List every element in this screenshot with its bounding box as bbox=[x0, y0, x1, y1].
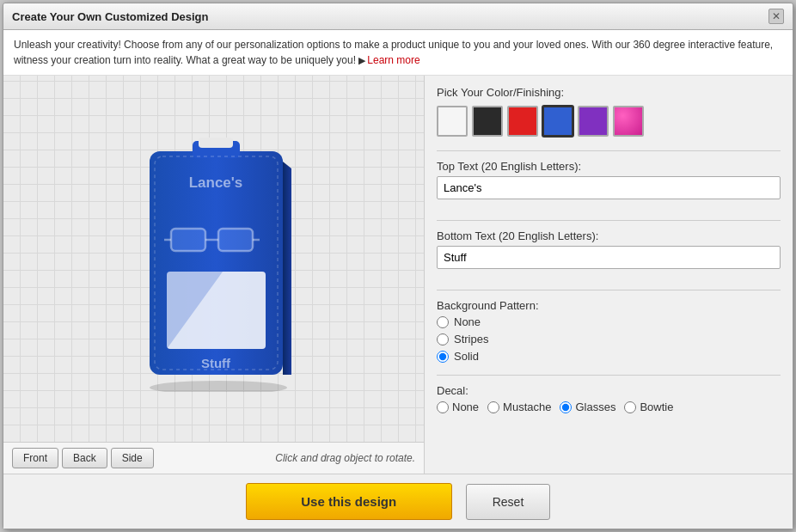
decal-none-item[interactable]: None bbox=[437, 401, 479, 413]
svg-text:Stuff: Stuff bbox=[200, 356, 230, 370]
decal-mustache-item[interactable]: Mustache bbox=[487, 401, 551, 413]
dialog-title: Create Your Own Customized Design bbox=[12, 10, 209, 23]
decal-radio-group: None Mustache Glasses Bowtie bbox=[437, 401, 781, 413]
title-bar: Create Your Own Customized Design ✕ bbox=[3, 3, 793, 30]
color-section-label: Pick Your Color/Finishing: bbox=[437, 86, 781, 99]
decal-bowtie-label: Bowtie bbox=[640, 401, 673, 413]
viewer-controls: Front Back Side Click and drag object to… bbox=[3, 442, 424, 474]
decal-mustache-label: Mustache bbox=[503, 401, 551, 413]
decal-none-label: None bbox=[452, 401, 479, 413]
color-swatch-white[interactable] bbox=[437, 106, 468, 137]
back-button[interactable]: Back bbox=[62, 448, 107, 468]
pattern-stripes-label: Stripes bbox=[454, 333, 488, 345]
decal-glasses-radio[interactable] bbox=[560, 401, 572, 413]
close-button[interactable]: ✕ bbox=[768, 9, 784, 24]
decal-none-radio[interactable] bbox=[437, 401, 449, 413]
color-swatches bbox=[437, 106, 781, 137]
front-button[interactable]: Front bbox=[12, 448, 58, 468]
viewer-panel: Lance's bbox=[3, 76, 425, 474]
color-swatch-purple[interactable] bbox=[578, 106, 609, 137]
divider-1 bbox=[437, 150, 781, 151]
main-content: Lance's bbox=[3, 76, 793, 474]
arrow-icon: ▶ bbox=[358, 55, 365, 65]
svg-rect-6 bbox=[218, 229, 253, 251]
customization-dialog: Create Your Own Customized Design ✕ Unle… bbox=[3, 3, 793, 529]
svg-rect-5 bbox=[171, 229, 205, 251]
reset-button[interactable]: Reset bbox=[466, 484, 551, 520]
color-swatch-blue[interactable] bbox=[542, 106, 573, 137]
decal-mustache-radio[interactable] bbox=[487, 401, 499, 413]
pattern-solid-radio[interactable] bbox=[437, 351, 449, 363]
divider-3 bbox=[437, 290, 781, 290]
top-text-input[interactable] bbox=[437, 176, 781, 199]
decal-label: Decal: bbox=[437, 384, 781, 397]
color-swatch-red[interactable] bbox=[507, 106, 538, 137]
decal-bowtie-radio[interactable] bbox=[624, 401, 636, 413]
side-button[interactable]: Side bbox=[111, 448, 154, 468]
pattern-stripes-radio[interactable] bbox=[437, 333, 449, 345]
decal-glasses-item[interactable]: Glasses bbox=[560, 401, 615, 413]
svg-rect-3 bbox=[199, 138, 233, 148]
decal-glasses-label: Glasses bbox=[575, 401, 615, 413]
top-text-label: Top Text (20 English Letters): bbox=[437, 160, 781, 173]
pattern-radio-group: None Stripes Solid bbox=[437, 315, 781, 363]
bottom-bar: Use this design Reset bbox=[3, 474, 793, 529]
learn-more-link[interactable]: Learn more bbox=[367, 54, 419, 66]
3d-viewer[interactable]: Lance's bbox=[3, 76, 424, 442]
svg-text:Lance's: Lance's bbox=[188, 174, 242, 191]
pattern-none-item[interactable]: None bbox=[437, 315, 781, 328]
color-swatch-black[interactable] bbox=[472, 106, 503, 137]
bg-pattern-label: Background Pattern: bbox=[437, 299, 781, 312]
pattern-solid-item[interactable]: Solid bbox=[437, 350, 781, 363]
bottom-text-label: Bottom Text (20 English Letters): bbox=[437, 229, 781, 242]
drag-hint: Click and drag object to rotate. bbox=[275, 452, 415, 464]
pattern-none-label: None bbox=[454, 315, 481, 328]
svg-point-0 bbox=[150, 381, 287, 392]
divider-4 bbox=[437, 375, 781, 376]
badge-svg: Lance's bbox=[124, 125, 304, 392]
pattern-solid-label: Solid bbox=[454, 350, 479, 363]
bottom-text-input[interactable] bbox=[437, 246, 781, 269]
decal-bowtie-item[interactable]: Bowtie bbox=[624, 401, 673, 413]
controls-panel: Pick Your Color/Finishing: Top Text (20 … bbox=[425, 76, 793, 474]
divider-2 bbox=[437, 220, 781, 221]
pattern-stripes-item[interactable]: Stripes bbox=[437, 333, 781, 345]
description-bar: Unleash your creativity! Choose from any… bbox=[3, 30, 793, 76]
pattern-none-radio[interactable] bbox=[437, 316, 449, 328]
color-swatch-pink[interactable] bbox=[613, 106, 644, 137]
use-design-button[interactable]: Use this design bbox=[246, 483, 452, 520]
